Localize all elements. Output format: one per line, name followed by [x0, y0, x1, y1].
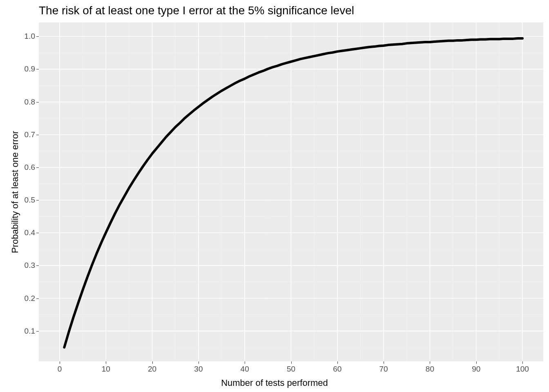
y-tick-label: 1.0: [25, 32, 35, 41]
y-tick-label: 0.4: [25, 228, 35, 237]
x-tick-label: 90: [472, 365, 480, 374]
x-tick-mark: [106, 361, 106, 364]
x-tick-label: 40: [241, 365, 249, 374]
y-tick-mark: [36, 102, 39, 102]
x-tick-label: 0: [58, 365, 62, 374]
chart-container: The risk of at least one type I error at…: [0, 0, 549, 392]
x-tick-mark: [476, 361, 477, 364]
x-tick-mark: [384, 361, 384, 364]
y-axis-label: Probability of at least one error: [10, 131, 20, 253]
y-tick-label: 0.2: [25, 294, 35, 303]
x-axis-label: Number of tests performed: [0, 378, 549, 388]
y-tick-label: 0.6: [25, 163, 35, 172]
x-tick-label: 80: [426, 365, 434, 374]
y-tick-mark: [36, 298, 39, 299]
x-tick-label: 60: [333, 365, 341, 374]
y-tick-label: 0.1: [25, 327, 35, 336]
plot-panel: [39, 22, 543, 361]
x-tick-mark: [60, 361, 60, 364]
x-tick-label: 70: [379, 365, 388, 374]
y-tick-label: 0.5: [25, 196, 35, 205]
y-tick-mark: [36, 265, 39, 266]
x-tick-mark: [291, 361, 292, 364]
y-tick-mark: [36, 36, 39, 37]
x-tick-mark: [522, 361, 523, 364]
x-tick-label: 50: [287, 365, 295, 374]
y-tick-mark: [36, 135, 39, 135]
y-tick-label: 0.9: [25, 65, 35, 74]
x-tick-mark: [199, 361, 199, 364]
x-tick-mark: [245, 361, 245, 364]
plot-svg: [39, 22, 543, 361]
y-tick-mark: [36, 233, 39, 233]
y-tick-label: 0.8: [25, 98, 35, 107]
x-tick-mark: [152, 361, 153, 364]
y-tick-mark: [36, 331, 39, 332]
x-tick-label: 30: [194, 365, 203, 374]
chart-title: The risk of at least one type I error at…: [39, 4, 354, 17]
y-tick-mark: [36, 69, 39, 69]
y-tick-mark: [36, 200, 39, 200]
x-tick-label: 100: [516, 365, 529, 374]
x-tick-label: 20: [148, 365, 156, 374]
y-tick-label: 0.7: [25, 130, 35, 139]
x-tick-mark: [430, 361, 430, 364]
y-tick-mark: [36, 167, 39, 168]
y-tick-label: 0.3: [25, 261, 35, 270]
x-tick-mark: [337, 361, 338, 364]
x-tick-label: 10: [102, 365, 110, 374]
